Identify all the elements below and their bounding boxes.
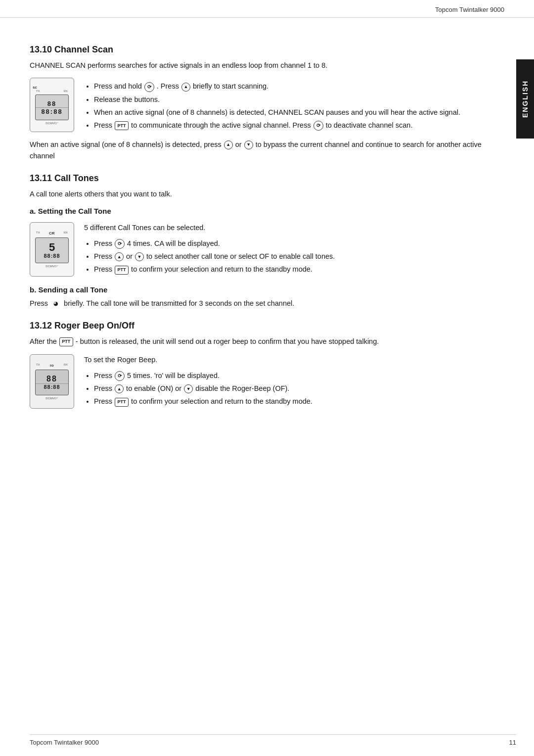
- device-display-ro: TXroRX 88 88:88 DCMVO⁺: [30, 354, 74, 409]
- up-icon-1: ▲: [181, 83, 190, 92]
- roger-beep-bullets-col: To set the Roger Beep. Press ⟳ 5 times. …: [84, 354, 482, 411]
- call-tones-bullets-col: 5 different Call Tones can be selected. …: [84, 222, 482, 279]
- section-roger-beep: 13.12 Roger Beep On/Off After the PTT - …: [30, 321, 482, 411]
- roger-beep-list-intro: To set the Roger Beep.: [84, 354, 482, 365]
- roger-beep-detail: TXroRX 88 88:88 DCMVO⁺ To set the Roger …: [30, 354, 482, 411]
- scroll-icon-1: ⟳: [144, 82, 154, 92]
- roger-beep-bullet-list: Press ⟳ 5 times. 'ro' will be displayed.…: [94, 370, 482, 408]
- call-tones-sub-intro: 5 different Call Tones can be selected.: [84, 222, 482, 233]
- call-tones-heading: 13.11 Call Tones: [30, 173, 482, 184]
- device-image-ro: TXroRX 88 88:88 DCMVO⁺: [30, 354, 74, 409]
- scroll-icon-4: ⟳: [115, 371, 125, 381]
- device-display-ca: TXCRRX 5 88:88 DCMVO⁺: [30, 222, 74, 277]
- section-call-tones: 13.11 Call Tones A call tone alerts othe…: [30, 173, 482, 309]
- channel-scan-intro: CHANNEL SCAN performs searches for activ…: [30, 60, 482, 71]
- header-product-name: Topcom Twintalker 9000: [435, 6, 504, 13]
- ptt-icon-1: PTT: [115, 121, 129, 130]
- bullet-ro-3: Press PTT to confirm your selection and …: [94, 396, 482, 407]
- language-tab: ENGLISH: [516, 59, 534, 139]
- screen-scan: 88 88:88: [35, 94, 69, 120]
- sending-call-tone-body: Press ◕ briefly. The call tone will be t…: [30, 298, 482, 309]
- bullet-ro-2: Press ▲ to enable (ON) or ▼ disable the …: [94, 383, 482, 394]
- channel-scan-heading: 13.10 Channel Scan: [30, 45, 482, 55]
- device-image-ca: TXCRRX 5 88:88 DCMVO⁺: [30, 222, 74, 277]
- channel-scan-body2: When an active signal (one of 8 channels…: [30, 139, 482, 161]
- footer-right: 11: [509, 739, 516, 746]
- footer-left: Topcom Twintalker 9000: [30, 739, 99, 746]
- bullet-ro-1: Press ⟳ 5 times. 'ro' will be displayed.: [94, 370, 482, 381]
- scroll-icon-2: ⟳: [313, 121, 323, 131]
- device-display-scan: sc TXRX 88 88:88 DCMVO⁺: [30, 78, 74, 132]
- page-header: Topcom Twintalker 9000: [0, 0, 534, 18]
- ptt-icon-3: PTT: [59, 337, 73, 346]
- bullet-scan-1: Press and hold ⟳ . Press ▲ briefly to st…: [94, 81, 482, 92]
- screen-ca: 5 88:88: [35, 237, 69, 263]
- page-footer: Topcom Twintalker 9000 11: [30, 734, 516, 746]
- call-tones-detail: TXCRRX 5 88:88 DCMVO⁺ 5 different Call T…: [30, 222, 482, 279]
- ptt-icon-2: PTT: [115, 266, 129, 275]
- ptt-icon-4: PTT: [115, 398, 129, 407]
- main-content: 13.10 Channel Scan CHANNEL SCAN performs…: [0, 18, 516, 435]
- call-tones-bullet-list: Press ⟳ 4 times. CA will be displayed. P…: [94, 238, 482, 276]
- roger-beep-intro: After the PTT - button is released, the …: [30, 336, 482, 347]
- sending-call-tone-heading: b. Sending a call Tone: [30, 285, 482, 294]
- down-icon-1: ▼: [244, 141, 253, 149]
- language-label: ENGLISH: [521, 80, 529, 118]
- channel-scan-detail: sc TXRX 88 88:88 DCMVO⁺: [30, 78, 482, 134]
- bullet-scan-3: When an active signal (one of 8 channels…: [94, 107, 482, 118]
- up-icon-2: ▲: [224, 141, 233, 149]
- roger-beep-heading: 13.12 Roger Beep On/Off: [30, 321, 482, 331]
- call-tones-intro: A call tone alerts others that you want …: [30, 189, 482, 199]
- bullet-ca-3: Press PTT to confirm your selection and …: [94, 264, 482, 275]
- section-channel-scan: 13.10 Channel Scan CHANNEL SCAN performs…: [30, 45, 482, 161]
- up-icon-4: ▲: [115, 384, 124, 393]
- channel-scan-bullet-list: Press and hold ⟳ . Press ▲ briefly to st…: [94, 81, 482, 131]
- sound-icon: ◕: [50, 299, 61, 308]
- setting-call-tone-heading: a. Setting the Call Tone: [30, 207, 482, 215]
- bullet-ca-2: Press ▲ or ▼ to select another call tone…: [94, 251, 482, 262]
- bullet-scan-2: Release the buttons.: [94, 94, 482, 105]
- screen-ro: 88 88:88: [35, 370, 69, 395]
- page-container: Topcom Twintalker 9000 ENGLISH 13.10 Cha…: [0, 0, 534, 756]
- down-icon-3: ▼: [184, 384, 193, 393]
- scroll-icon-3: ⟳: [115, 239, 125, 249]
- bullet-ca-1: Press ⟳ 4 times. CA will be displayed.: [94, 238, 482, 249]
- bullet-scan-4: Press PTT to communicate through the act…: [94, 120, 482, 131]
- channel-scan-bullets-col: Press and hold ⟳ . Press ▲ briefly to st…: [84, 78, 482, 134]
- down-icon-2: ▼: [135, 252, 144, 261]
- up-icon-3: ▲: [115, 252, 124, 261]
- device-image-scan: sc TXRX 88 88:88 DCMVO⁺: [30, 78, 74, 132]
